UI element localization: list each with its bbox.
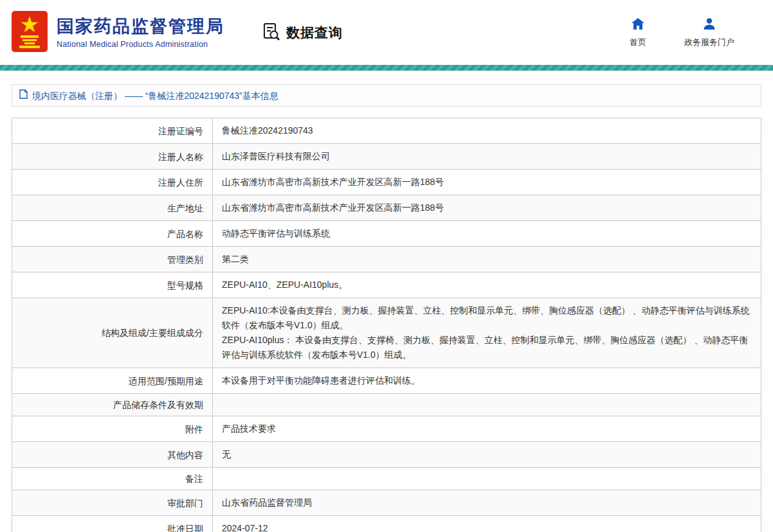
table-row: 其他内容 无 (12, 442, 761, 468)
document-icon (19, 89, 28, 102)
row-value: ZEPU-AI10、ZEPU-AI10plus。 (213, 272, 761, 298)
row-label: 结构及组成/主要组成成分 (12, 298, 213, 368)
nav-item-home-label: 首页 (630, 37, 646, 48)
row-value: 山东省药品监督管理局 (213, 490, 761, 516)
row-label: 注册人住所 (12, 170, 213, 195)
row-label: 审批部门 (12, 490, 213, 516)
table-row: 管理类别 第二类 (12, 247, 761, 272)
row-label: 型号规格 (12, 272, 213, 298)
national-emblem-icon (12, 11, 48, 55)
user-icon (703, 17, 716, 32)
table-row: 注册人住所 山东省潍坊市高密市高新技术产业开发区高新一路188号 (12, 170, 761, 195)
table-row: 结构及组成/主要组成成分 ZEPU-AI10:本设备由支撑台、测力板、握持装置、… (12, 298, 761, 368)
breadcrumb: 境内医疗器械（注册） —— “鲁械注准20242190743”基本信息 (12, 84, 761, 107)
row-value: ZEPU-AI10:本设备由支撑台、测力板、握持装置、立柱、控制和显示单元、绑带… (213, 298, 761, 368)
teal-stripe-divider (0, 65, 773, 71)
org-name-en: National Medical Products Administration (57, 40, 224, 49)
row-value: 第二类 (213, 247, 761, 272)
org-name-cn: 国家药品监督管理局 (57, 16, 224, 37)
registration-info-table: 注册证编号 鲁械注准20242190743 注册人名称 山东泽普医疗科技有限公司… (12, 118, 761, 532)
row-value: 产品技术要求 (213, 416, 761, 442)
row-value: 山东省潍坊市高密市高新技术产业开发区高新一路188号 (213, 170, 761, 195)
table-row: 适用范围/预期用途 本设备用于对平衡功能障碍患者进行评估和训练。 (12, 368, 761, 394)
row-value: 无 (213, 442, 761, 468)
row-value: 鲁械注准20242190743 (213, 118, 761, 144)
row-label: 产品储存条件及有效期 (12, 394, 213, 416)
row-value: 山东泽普医疗科技有限公司 (213, 144, 761, 170)
row-label: 生产地址 (12, 195, 213, 221)
row-value: 2024-07-12 (213, 516, 761, 532)
row-label: 附件 (12, 416, 213, 442)
row-value: 山东省潍坊市高密市高新技术产业开发区高新一路188号 (213, 195, 761, 221)
breadcrumb-text: 境内医疗器械（注册） —— “鲁械注准20242190743”基本信息 (32, 90, 278, 102)
row-label: 适用范围/预期用途 (12, 368, 213, 394)
row-value (213, 468, 761, 490)
table-row: 备注 (12, 468, 761, 490)
row-label: 注册人名称 (12, 144, 213, 170)
nav-item-portal-label: 政务服务门户 (684, 37, 734, 48)
nmpa-logo[interactable]: 国家药品监督管理局 National Medical Products Admi… (12, 11, 224, 55)
row-label: 注册证编号 (12, 118, 213, 144)
table-row: 注册人名称 山东泽普医疗科技有限公司 (12, 144, 761, 170)
row-value: 动静态平衡评估与训练系统 (213, 221, 761, 247)
row-label: 产品名称 (12, 221, 213, 247)
header-nav: 首页 政务服务门户 (625, 17, 751, 48)
nav-item-home[interactable]: 首页 (625, 17, 651, 48)
table-row: 审批部门 山东省药品监督管理局 (12, 490, 761, 516)
row-label: 备注 (12, 468, 213, 490)
data-query-tab[interactable]: 数据查询 (262, 22, 343, 44)
row-value: 本设备用于对平衡功能障碍患者进行评估和训练。 (213, 368, 761, 394)
table-row: 附件 产品技术要求 (12, 416, 761, 442)
document-search-icon (262, 22, 281, 44)
page-header: 国家药品监督管理局 National Medical Products Admi… (0, 0, 773, 65)
nav-item-portal[interactable]: 政务服务门户 (684, 17, 734, 48)
data-query-label: 数据查询 (286, 24, 343, 42)
table-row: 批准日期 2024-07-12 (12, 516, 761, 532)
table-row: 产品储存条件及有效期 (12, 394, 761, 416)
row-label: 批准日期 (12, 516, 213, 532)
row-label: 其他内容 (12, 442, 213, 468)
table-row: 产品名称 动静态平衡评估与训练系统 (12, 221, 761, 247)
info-table-body: 注册证编号 鲁械注准20242190743 注册人名称 山东泽普医疗科技有限公司… (12, 118, 761, 532)
row-label: 管理类别 (12, 247, 213, 272)
home-icon (631, 17, 645, 32)
table-row: 生产地址 山东省潍坊市高密市高新技术产业开发区高新一路188号 (12, 195, 761, 221)
main-content: 境内医疗器械（注册） —— “鲁械注准20242190743”基本信息 注册证编… (0, 84, 773, 532)
row-value (213, 394, 761, 416)
table-row: 注册证编号 鲁械注准20242190743 (12, 118, 761, 144)
table-row: 型号规格 ZEPU-AI10、ZEPU-AI10plus。 (12, 272, 761, 298)
